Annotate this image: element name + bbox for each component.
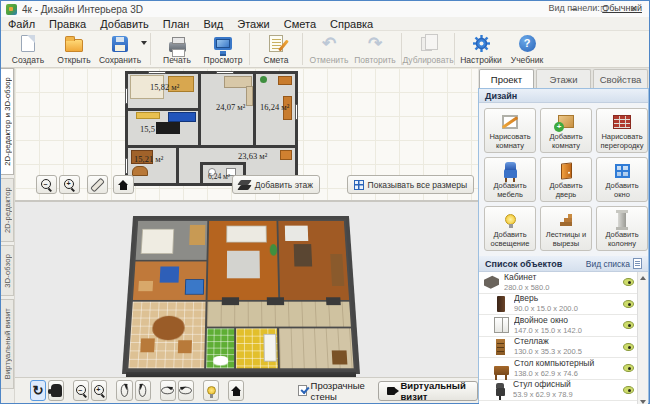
visibility-eye-icon[interactable] xyxy=(623,321,634,329)
tab-3d-view[interactable]: 3D-обзор xyxy=(1,245,14,297)
magnifier-plus-icon: + xyxy=(64,179,75,190)
draw-partition-button[interactable]: Нарисовать перегородку xyxy=(596,108,648,153)
home-icon xyxy=(118,180,129,190)
tilt-up-button[interactable] xyxy=(116,380,132,401)
plant[interactable] xyxy=(260,76,267,83)
stairs-and-openings-button[interactable]: Лестницы и вырезы xyxy=(540,206,592,251)
office-3d xyxy=(131,260,211,303)
estimate-button[interactable]: Смета xyxy=(253,32,299,67)
menu-help[interactable]: Справка xyxy=(323,17,380,31)
tab-virtual-visit[interactable]: Виртуальный визит xyxy=(1,299,14,388)
rotate-3d-button[interactable]: ↻ xyxy=(30,380,46,401)
magnifier-plus-icon: + xyxy=(94,385,105,396)
object-list-header: Список объектов Вид списка xyxy=(479,256,648,272)
zoom-out-3d-button[interactable]: – xyxy=(73,380,89,401)
floor-plan[interactable]: 15,82 м² 24,07 м² 16,24 м² 15,5 15,21 м²… xyxy=(125,71,298,186)
armchair-icon xyxy=(504,169,517,178)
menu-floors[interactable]: Этажи xyxy=(230,17,276,31)
tab-floors[interactable]: Этажи xyxy=(536,69,591,88)
menu-edit[interactable]: Правка xyxy=(42,17,93,31)
zoom-in-2d-button[interactable]: + xyxy=(59,175,80,194)
window-title: 4к - Дизайн Интерьера 3D xyxy=(22,4,143,15)
door-thumbnail-icon xyxy=(497,296,505,312)
duplicate-button[interactable]: Дублировать xyxy=(405,32,451,67)
undo-button[interactable]: ↶ Отменить xyxy=(306,32,352,67)
visibility-eye-icon[interactable] xyxy=(623,278,634,286)
camera-icon xyxy=(387,387,396,395)
visibility-eye-icon[interactable] xyxy=(623,364,634,372)
add-floor-button[interactable]: Добавить этаж xyxy=(232,175,320,194)
visibility-eye-icon[interactable] xyxy=(623,300,634,308)
scroll-down-icon[interactable] xyxy=(640,400,646,404)
add-door-button[interactable]: Добавить дверь xyxy=(540,157,592,202)
tutorial-button[interactable]: Учебник xyxy=(504,32,550,67)
draw-room-button[interactable]: Нарисовать комнату xyxy=(484,108,536,153)
pan-hand-button[interactable] xyxy=(48,380,64,401)
orbit-left-button[interactable] xyxy=(160,380,176,401)
open-button[interactable]: Открыть xyxy=(51,32,97,67)
menu-add[interactable]: Добавить xyxy=(93,17,156,31)
lighting-button[interactable] xyxy=(203,380,219,401)
add-room-button[interactable]: Добавить комнату xyxy=(540,108,592,153)
preview-button[interactable]: Просмотр xyxy=(200,32,246,67)
add-window-button[interactable]: Добавить окно xyxy=(596,157,648,202)
sofa-furniture[interactable] xyxy=(246,86,253,106)
add-lighting-button[interactable]: Добавить освещение xyxy=(484,206,536,251)
new-button[interactable]: Создать xyxy=(5,32,51,67)
scroll-up-icon[interactable] xyxy=(640,276,646,280)
desk-furniture[interactable] xyxy=(278,76,292,85)
orbit-right-button[interactable] xyxy=(178,380,194,401)
menu-view[interactable]: Вид xyxy=(196,17,230,31)
list-item-office-chair[interactable]: Стул офисный 53.9 x 62.9 x 78.9 xyxy=(479,380,648,402)
list-view-switcher[interactable]: Вид списка xyxy=(586,258,642,269)
tab-project[interactable]: Проект xyxy=(479,69,534,88)
list-item-double-window[interactable]: Двойное окно 147.0 x 15.0 x 142.0 xyxy=(479,315,648,337)
virtual-visit-button[interactable]: Виртуальный визит xyxy=(378,381,478,401)
list-item-door[interactable]: Дверь 90.0 x 15.0 x 200.0 xyxy=(479,294,648,316)
house-3d-model[interactable] xyxy=(122,210,360,374)
tab-properties[interactable]: Свойства xyxy=(593,69,648,88)
show-all-sizes-button[interactable]: Показывать все размеры xyxy=(347,175,474,194)
add-column-button[interactable]: Добавить колонну xyxy=(596,206,648,251)
print-button[interactable]: Печать xyxy=(154,32,200,67)
add-furniture-button[interactable]: Добавить мебель xyxy=(484,157,536,202)
menu-estimate[interactable]: Смета xyxy=(277,17,323,31)
view-3d-canvas[interactable] xyxy=(15,202,478,377)
save-dropdown-arrow[interactable] xyxy=(141,41,147,45)
tv-furniture[interactable] xyxy=(156,122,180,134)
desk-furniture[interactable] xyxy=(168,112,196,122)
zoom-in-3d-button[interactable]: + xyxy=(91,380,107,401)
list-item-room[interactable]: Кабинет 280.0 x 580.0 xyxy=(479,272,648,294)
printer-icon xyxy=(169,42,186,52)
checkbox-checked-icon[interactable] xyxy=(298,385,306,396)
panel-view-link[interactable]: Обычный xyxy=(602,3,642,13)
settings-button[interactable]: Настройки xyxy=(458,32,504,67)
tab-2d-editor[interactable]: 2D-редактор xyxy=(1,178,14,242)
window-symbol xyxy=(216,71,234,74)
menu-plan[interactable]: План xyxy=(156,17,197,31)
zoom-out-2d-button[interactable]: – xyxy=(36,175,57,194)
wall xyxy=(253,74,256,145)
fit-home-3d-button[interactable] xyxy=(228,380,244,401)
object-list-scrollbar[interactable] xyxy=(637,272,648,404)
save-button[interactable]: Сохранить xyxy=(97,32,143,67)
app-icon xyxy=(6,4,17,15)
tab-2d-and-3d[interactable]: 2D-редактор и 3D-обзор xyxy=(1,68,14,175)
list-item-shelf[interactable]: Стеллаж 130.0 x 35.3 x 200.5 xyxy=(479,337,648,359)
menu-file[interactable]: Файл xyxy=(1,17,42,31)
ruler-button[interactable] xyxy=(87,175,108,194)
rug[interactable] xyxy=(280,150,292,160)
shelf-furniture[interactable] xyxy=(136,112,160,119)
visibility-eye-icon[interactable] xyxy=(623,343,634,351)
transparent-walls-option[interactable]: Прозрачные стены xyxy=(298,380,367,402)
list-item-computer-desk[interactable]: Стол компьютерный 138.0 x 62.9 x 74.6 xyxy=(479,358,648,380)
room-area-label: 23,63 м² xyxy=(238,151,267,161)
fit-home-2d-button[interactable] xyxy=(113,175,134,194)
toolbar-separator xyxy=(150,33,151,65)
redo-button[interactable]: ↷ Повторить xyxy=(352,32,398,67)
tilt-down-button[interactable] xyxy=(135,380,151,401)
visibility-eye-icon[interactable] xyxy=(623,386,634,394)
plan-2d-canvas[interactable]: 15,82 м² 24,07 м² 16,24 м² 15,5 15,21 м²… xyxy=(15,68,478,200)
armchair-furniture[interactable] xyxy=(132,166,148,176)
wall xyxy=(176,148,179,183)
